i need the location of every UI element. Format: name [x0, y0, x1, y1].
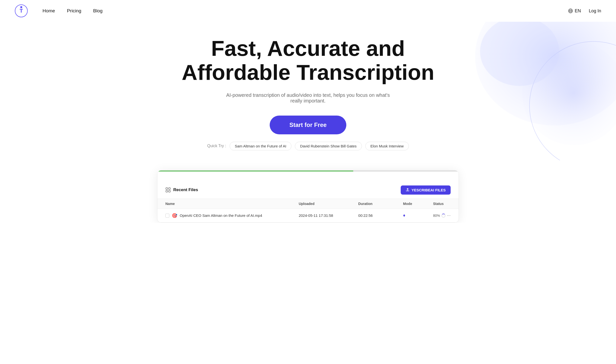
- files-table: Name Uploaded Duration Mode Status 🎯 Ope…: [157, 199, 459, 222]
- navbar: T Home Pricing Blog EN Log In: [0, 0, 616, 22]
- upload-files-button[interactable]: YESCRIBEAI FILES: [401, 185, 451, 195]
- quick-chip-2[interactable]: Elon Musk Interview: [365, 142, 409, 150]
- hero-section: Fast, Accurate and Affordable Transcript…: [0, 22, 616, 160]
- th-uploaded: Uploaded: [291, 199, 350, 209]
- file-mode: ♦: [395, 209, 425, 222]
- status-spinner: [441, 214, 445, 218]
- svg-point-7: [480, 22, 559, 86]
- files-grid-icon: [165, 187, 171, 193]
- logo[interactable]: T: [15, 4, 28, 17]
- svg-rect-1: [568, 11, 573, 12]
- table-body: 🎯 OpenAI CEO Sam Altman on the Future of…: [157, 209, 459, 222]
- svg-point-6: [522, 41, 616, 145]
- th-duration: Duration: [350, 199, 395, 209]
- file-checkbox[interactable]: [165, 214, 169, 218]
- th-mode: Mode: [395, 199, 425, 209]
- table-header: Name Uploaded Duration Mode Status: [157, 199, 459, 209]
- file-uploaded: 2024-05-11 17:31:58: [291, 209, 350, 222]
- globe-icon: [568, 8, 573, 14]
- hero-subtitle: AI-powered transcription of audio/video …: [221, 92, 395, 104]
- nav-home[interactable]: Home: [43, 8, 55, 13]
- dashboard-header: Recent Files YESCRIBEAI FILES: [157, 182, 459, 199]
- file-options-button[interactable]: ···: [447, 213, 451, 218]
- recent-files-label: Recent Files: [173, 187, 198, 192]
- login-button[interactable]: Log In: [589, 8, 601, 14]
- svg-rect-8: [166, 188, 168, 189]
- start-free-button[interactable]: Start for Free: [270, 116, 347, 134]
- upload-btn-label: YESCRIBEAI FILES: [412, 188, 446, 192]
- upload-icon: [406, 188, 410, 192]
- svg-rect-11: [169, 190, 170, 192]
- th-status: Status: [425, 199, 459, 209]
- logo-letter: T: [20, 8, 23, 14]
- svg-rect-10: [166, 190, 168, 192]
- file-duration: 00:22:56: [350, 209, 395, 222]
- file-status: 80% ···: [425, 209, 459, 222]
- quick-chip-1[interactable]: David Rubenstein Show Bill Gates: [295, 142, 362, 150]
- quick-chip-0[interactable]: Sam Altman on the Future of AI: [230, 142, 291, 150]
- file-name[interactable]: OpenAI CEO Sam Altman on the Future of A…: [180, 213, 262, 218]
- recent-files-heading: Recent Files: [165, 187, 198, 193]
- quick-try-label: Quick Try :: [207, 144, 226, 148]
- quick-try-section: Quick Try : Sam Altman on the Future of …: [10, 142, 606, 150]
- hero-background-decoration: [450, 22, 616, 160]
- svg-point-2: [568, 9, 572, 13]
- file-emoji: 🎯: [172, 213, 177, 218]
- svg-point-3: [570, 9, 571, 13]
- nav-links: Home Pricing Blog: [43, 8, 103, 14]
- dashboard-preview: Recent Files YESCRIBEAI FILES Name Uploa…: [157, 170, 459, 223]
- nav-blog[interactable]: Blog: [93, 8, 103, 13]
- svg-rect-0: [568, 10, 573, 11]
- file-name-cell: 🎯 OpenAI CEO Sam Altman on the Future of…: [157, 209, 291, 222]
- mode-diamond-icon: ♦: [403, 213, 405, 218]
- language-selector[interactable]: EN: [568, 8, 581, 14]
- table-row: 🎯 OpenAI CEO Sam Altman on the Future of…: [157, 209, 459, 222]
- svg-point-4: [475, 22, 616, 125]
- nav-pricing[interactable]: Pricing: [67, 8, 81, 13]
- hero-heading: Fast, Accurate and Affordable Transcript…: [172, 37, 444, 84]
- lang-label: EN: [575, 8, 581, 14]
- th-name: Name: [157, 199, 291, 209]
- svg-rect-9: [169, 188, 170, 189]
- status-percent: 80%: [433, 214, 440, 218]
- nav-right: EN Log In: [568, 8, 601, 14]
